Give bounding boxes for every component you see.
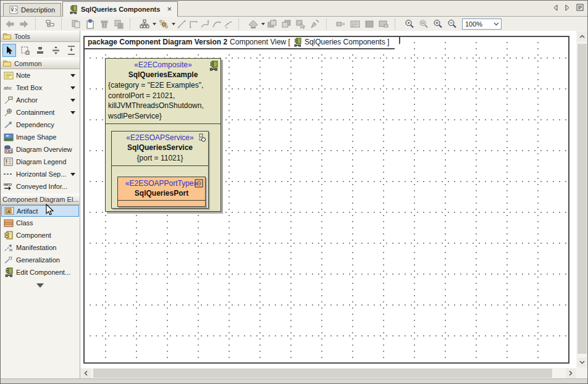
marquee-select-tool-button[interactable] xyxy=(18,44,32,57)
line-oblique-button[interactable] xyxy=(200,18,211,30)
line-oblique-icon xyxy=(201,20,209,28)
palette-item-text-box[interactable]: abc Text Box xyxy=(1,81,80,94)
diagram-frame[interactable]: package Component Diagram Version 2 Comp… xyxy=(83,36,569,364)
tab-sqlqueries-components[interactable]: SqlQueries Components × xyxy=(62,1,178,17)
delete-button[interactable] xyxy=(98,18,111,30)
bring-to-front-button[interactable] xyxy=(266,18,279,30)
line-curved-button[interactable] xyxy=(211,18,222,30)
diagram-viewport[interactable]: package Component Diagram Version 2 Comp… xyxy=(80,31,576,368)
palette-item-diagram-overview[interactable]: Diagram Overview xyxy=(1,143,80,156)
layout-button[interactable] xyxy=(138,18,151,30)
vertical-scroll-thumb[interactable] xyxy=(578,44,587,354)
anchor-icon xyxy=(3,96,14,104)
scroll-left-button[interactable] xyxy=(81,369,91,378)
vertical-scrollbar[interactable] xyxy=(576,31,587,368)
show-stereotypes-button[interactable] xyxy=(377,18,390,30)
composite-node-sqlqueriesexample[interactable]: «E2EComposite» SqlQueriesExample {catego… xyxy=(105,58,221,212)
palette-item-diagram-legend[interactable]: Diagram Legend xyxy=(1,156,80,168)
horizontal-scrollbar[interactable] xyxy=(80,368,576,378)
palette-item-generalization[interactable]: Generalization xyxy=(1,254,80,266)
quick-layout-dropdown-icon[interactable] xyxy=(172,23,175,25)
horizontal-scroll-thumb[interactable] xyxy=(93,369,552,378)
svg-text:INFO: INFO xyxy=(4,183,12,186)
dropdown-icon[interactable] xyxy=(70,111,75,114)
tab-sqlqueries-label: SqlQueries Components xyxy=(81,6,160,13)
dropdown-icon[interactable] xyxy=(70,99,75,102)
palette-section-component-elements[interactable]: Component Diagram El... xyxy=(1,194,80,205)
shape-style-button[interactable] xyxy=(246,18,260,30)
paste-with-data-button[interactable] xyxy=(112,18,125,30)
zoom-in-button[interactable] xyxy=(431,18,445,30)
paste-button[interactable] xyxy=(83,18,97,30)
palette-item-manifestation[interactable]: M Manifestation xyxy=(1,241,80,254)
zoom-out-button[interactable] xyxy=(445,18,459,30)
service-node-sqlqueriesservice[interactable]: «E2ESOAPService» SqlQueriesService {port… xyxy=(111,131,209,209)
zoom-1-1-button[interactable] xyxy=(403,18,416,30)
back-button[interactable] xyxy=(3,18,17,30)
select-in-containment-tree-button[interactable] xyxy=(43,18,57,30)
description-icon xyxy=(9,6,18,14)
palette-item-component[interactable]: Component xyxy=(1,229,80,241)
palette-item-dependency[interactable]: Dependency xyxy=(1,119,80,131)
scroll-down-button[interactable] xyxy=(577,357,587,367)
palette-item-note[interactable]: Note xyxy=(1,69,80,81)
line-rectilinear-button[interactable] xyxy=(188,18,199,30)
scroll-up-button[interactable] xyxy=(577,31,587,41)
dropdown-icon[interactable] xyxy=(70,173,75,176)
compartments-icon xyxy=(350,20,360,28)
vertical-distribute-tool-button[interactable] xyxy=(49,44,62,57)
palette-scroll-down-icon[interactable] xyxy=(36,283,44,288)
pointer-tool-button[interactable] xyxy=(2,44,16,57)
refresh-shape-button[interactable] xyxy=(308,18,322,30)
shape-style-dropdown-icon[interactable] xyxy=(261,23,265,25)
layout-dropdown-icon[interactable] xyxy=(153,23,156,25)
tab-close-icon[interactable]: × xyxy=(167,6,172,12)
edit-compartments-button[interactable] xyxy=(348,18,362,30)
scroll-right-button[interactable] xyxy=(566,369,576,378)
port-bottom-compartment xyxy=(118,200,205,206)
palette-item-image-shape[interactable]: Image Shape xyxy=(1,131,80,143)
tab-description[interactable]: Description xyxy=(3,3,61,16)
image-shape-icon xyxy=(3,133,14,141)
diagram-frame-header[interactable]: package Component Diagram Version 2 Comp… xyxy=(83,36,400,49)
line-custom-button[interactable] xyxy=(223,18,234,30)
containment-tree-icon xyxy=(45,19,55,29)
scroll-tabs-right-icon[interactable] xyxy=(565,4,570,11)
palette-section-tools[interactable]: Tools xyxy=(1,31,80,42)
autosize-button[interactable] xyxy=(334,18,348,30)
diagram-toolbar: 100% xyxy=(1,17,587,31)
combobox-dropdown-icon[interactable] xyxy=(491,19,501,29)
palette-item-horizontal-separator[interactable]: Horizontal Sep... xyxy=(1,168,80,180)
quick-layout-button[interactable] xyxy=(157,18,170,30)
select-related-button[interactable] xyxy=(294,18,308,30)
composite-property-line: wsdlPerService} xyxy=(108,111,220,122)
fill-color-button[interactable] xyxy=(363,18,376,30)
dropdown-icon[interactable] xyxy=(70,86,75,90)
line-straight-button[interactable] xyxy=(176,18,187,30)
zoom-in-icon xyxy=(433,19,443,29)
fit-in-window-button[interactable] xyxy=(417,18,430,30)
bring-to-front-icon xyxy=(267,19,277,29)
back-icon xyxy=(5,20,15,28)
copy-button[interactable] xyxy=(69,18,83,30)
forward-button[interactable] xyxy=(17,18,31,30)
palette-item-edit-component[interactable]: Edit Component... xyxy=(1,266,80,278)
dropdown-icon[interactable] xyxy=(70,74,75,77)
port-node-sqlqueriesport[interactable]: «E2ESOAPPortType» SqlQueriesPort xyxy=(117,177,206,207)
vertical-fit-tool-button[interactable] xyxy=(64,44,78,57)
scroll-tabs-left-icon[interactable] xyxy=(553,4,558,11)
sticky-tool-button[interactable] xyxy=(33,44,47,57)
send-to-back-button[interactable] xyxy=(280,18,293,30)
palette-section-common[interactable]: Common xyxy=(1,58,80,69)
palette-item-containment[interactable]: Containment xyxy=(1,106,80,119)
note-icon xyxy=(3,72,14,80)
palette-item-artifact[interactable]: A Artifact xyxy=(1,205,79,217)
zoom-level-combobox[interactable]: 100% xyxy=(462,19,502,30)
tab-list-icon[interactable] xyxy=(576,4,584,11)
svg-text:M: M xyxy=(9,248,12,252)
palette-item-class[interactable]: Class xyxy=(1,217,80,229)
artifact-icon: A xyxy=(4,207,14,215)
dependency-icon xyxy=(3,121,14,129)
palette-item-conveyed-information[interactable]: INFO Conveyed Infor... xyxy=(1,180,80,193)
palette-item-anchor[interactable]: Anchor xyxy=(1,94,80,106)
